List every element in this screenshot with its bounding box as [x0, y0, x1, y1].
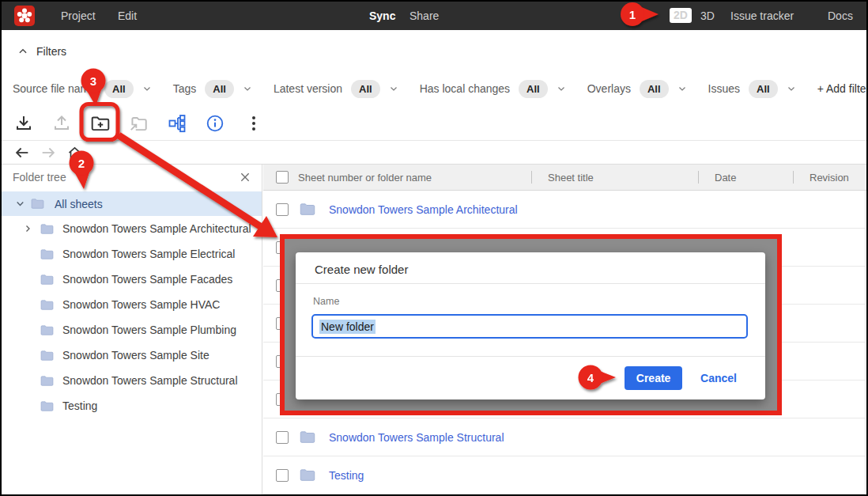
move-to-folder-icon — [128, 113, 149, 134]
filter-has-local-changes: Has local changes All — [420, 80, 566, 98]
dialog-title: Create new folder — [315, 263, 408, 276]
folder-name-input[interactable]: New folder — [311, 314, 748, 339]
back-icon — [13, 144, 31, 161]
add-filter-button[interactable]: + Add filter — [817, 82, 868, 95]
filter-label: Source file name — [13, 82, 96, 95]
folder-link[interactable]: Testing — [329, 469, 364, 482]
folder-icon — [40, 274, 54, 286]
folder-icon — [300, 468, 315, 482]
table-row-architectural[interactable]: Snowdon Towers Sample Architectural — [263, 191, 865, 229]
chevron-down-icon[interactable] — [243, 84, 252, 93]
chevron-down-icon[interactable] — [142, 84, 152, 93]
tree-node-hvac[interactable]: Snowdon Towers Sample HVAC — [2, 292, 262, 317]
info-icon — [206, 114, 225, 133]
filter-label: Overlays — [587, 82, 631, 95]
tree-node-label: Snowdon Towers Sample Structural — [62, 374, 238, 387]
menu-project[interactable]: Project — [61, 9, 96, 22]
table-row-structural[interactable]: Snowdon Towers Sample Structural — [263, 418, 865, 456]
row-checkbox[interactable] — [276, 469, 289, 482]
home-button[interactable] — [66, 144, 83, 161]
back-button[interactable] — [13, 144, 31, 161]
selected-text: New folder — [319, 320, 376, 334]
tree-node-site[interactable]: Snowdon Towers Sample Site — [2, 343, 262, 368]
menu-share[interactable]: Share — [409, 9, 439, 22]
tree-node-testing[interactable]: Testing — [2, 393, 262, 418]
filter-value-pill[interactable]: All — [351, 80, 380, 98]
tree-node-facades[interactable]: Snowdon Towers Sample Facades — [2, 267, 262, 292]
filter-value-pill[interactable]: All — [205, 80, 234, 98]
filter-label: Has local changes — [420, 82, 510, 95]
create-folder-dialog: Create new folder Name New folder Create… — [296, 252, 765, 399]
folder-tree-toggle-button[interactable] — [167, 113, 187, 134]
tab-3d[interactable]: 3D — [700, 9, 715, 22]
move-to-folder-button[interactable] — [128, 113, 149, 134]
upload-button[interactable] — [51, 113, 72, 134]
folder-tree-header: Folder tree — [2, 165, 262, 191]
filter-issues: Issues All — [708, 80, 796, 98]
column-date[interactable]: Date — [715, 172, 736, 184]
table-header: Sheet number or folder name Sheet title … — [263, 165, 866, 191]
chevron-down-icon[interactable] — [15, 199, 25, 209]
tree-node-label: Snowdon Towers Sample Plumbing — [62, 324, 236, 336]
info-button[interactable] — [205, 113, 225, 134]
menu-sync[interactable]: Sync — [369, 9, 395, 22]
filter-label: Tags — [173, 82, 197, 95]
filter-value-pill[interactable]: All — [519, 80, 548, 98]
row-checkbox[interactable] — [276, 203, 289, 216]
menu-edit[interactable]: Edit — [118, 9, 137, 22]
create-button[interactable]: Create — [625, 366, 682, 390]
table-row-testing[interactable]: Testing — [263, 456, 865, 494]
tab-issue-tracker[interactable]: Issue tracker — [730, 9, 794, 22]
new-folder-button[interactable] — [90, 113, 111, 134]
folder-link[interactable]: Snowdon Towers Sample Structural — [329, 431, 504, 444]
home-icon — [66, 145, 83, 161]
chevron-down-icon[interactable] — [389, 84, 398, 93]
folder-icon — [300, 203, 315, 216]
app-window: Project Edit Sync Share 2D 3D Issue trac… — [0, 0, 868, 496]
tree-node-structural[interactable]: Snowdon Towers Sample Structural — [2, 368, 262, 393]
tab-2d[interactable]: 2D — [670, 8, 692, 23]
filters-collapse[interactable]: Filters — [17, 45, 66, 58]
chevron-up-icon — [17, 46, 28, 57]
tree-node-all-sheets[interactable]: All sheets — [2, 191, 262, 216]
tree-node-architectural[interactable]: Snowdon Towers Sample Architectural — [2, 216, 262, 241]
tree-node-plumbing[interactable]: Snowdon Towers Sample Plumbing — [2, 317, 262, 343]
column-separator — [698, 171, 699, 184]
folder-icon — [40, 400, 54, 412]
more-menu-button[interactable] — [243, 113, 264, 134]
chevron-right-icon[interactable] — [23, 224, 32, 233]
filter-value-pill[interactable]: All — [640, 80, 669, 98]
folder-icon — [40, 375, 54, 387]
forward-button[interactable] — [40, 144, 57, 161]
chevron-down-icon[interactable] — [557, 84, 566, 93]
filters-title: Filters — [36, 45, 66, 58]
column-sheet-title[interactable]: Sheet title — [548, 172, 594, 184]
select-all-checkbox[interactable] — [276, 171, 289, 184]
filter-value-pill[interactable]: All — [104, 80, 134, 98]
cancel-button[interactable]: Cancel — [700, 372, 737, 384]
tree-node-electrical[interactable]: Snowdon Towers Sample Electrical — [2, 241, 262, 267]
chevron-down-icon[interactable] — [677, 84, 687, 93]
column-sheet-number[interactable]: Sheet number or folder name — [298, 172, 531, 184]
row-checkbox[interactable] — [276, 431, 289, 444]
tree-node-label: Snowdon Towers Sample Facades — [62, 273, 232, 286]
dialog-highlight-box: Create new folder Name New folder Create… — [280, 234, 782, 415]
column-revision[interactable]: Revision — [810, 172, 849, 184]
filters-row: Source file name All Tags All Latest ver… — [13, 78, 868, 100]
chevron-down-icon[interactable] — [787, 84, 796, 93]
filter-tags: Tags All — [173, 80, 252, 98]
app-logo-icon[interactable] — [14, 6, 35, 26]
column-separator — [531, 171, 532, 184]
folder-link[interactable]: Snowdon Towers Sample Architectural — [329, 203, 518, 216]
filter-overlays: Overlays All — [587, 80, 687, 98]
folder-tree-panel: Folder tree All sheets Snowdon Towers Sa… — [2, 165, 262, 494]
tab-docs[interactable]: Docs — [828, 9, 853, 22]
filter-label: Latest version — [274, 82, 342, 95]
dialog-divider — [296, 283, 765, 284]
filter-value-pill[interactable]: All — [749, 80, 778, 98]
download-button[interactable] — [13, 113, 34, 134]
folder-icon — [300, 430, 315, 444]
filter-source-file-name: Source file name All — [13, 80, 152, 98]
filter-latest-version: Latest version All — [274, 80, 398, 98]
close-icon[interactable] — [239, 171, 251, 184]
